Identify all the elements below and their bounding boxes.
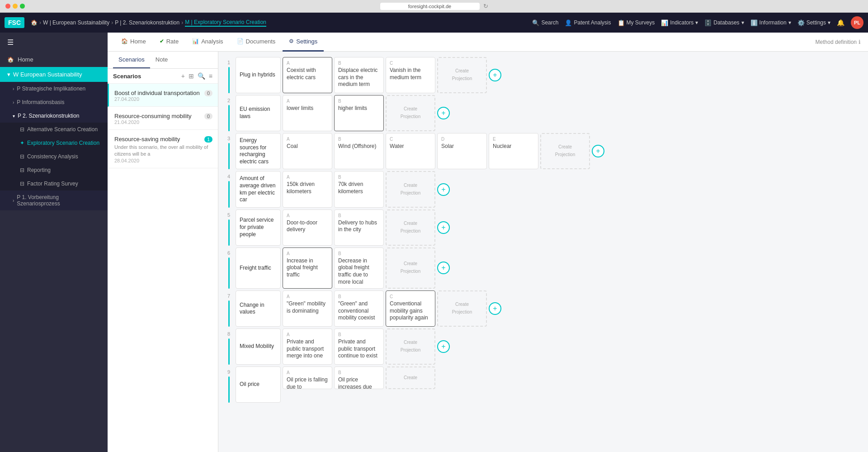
nav-databases[interactable]: 🗄️ Databases ▾ [704,19,744,26]
scenario-item-3[interactable]: Resource-saving mobility 1 Under this sc… [108,130,218,168]
sidebar-item-alternative-scenario[interactable]: ⊟ Alternative Scenario Creation [0,123,108,136]
add-proj-btn-5[interactable]: + [437,221,450,234]
proj-cell-9-a[interactable]: A Oil price is falling due to [283,366,332,389]
add-proj-btn-2[interactable]: + [437,107,450,119]
add-proj-btn-7[interactable]: + [489,302,501,315]
scenario-desc-3: Under this scenario, the over all mobili… [114,144,212,158]
proj-cell-8-b[interactable]: B Private and public transport continue … [334,328,384,365]
split-panel: Scenarios Note Scenarios + ⊞ 🔍 ≡ Boost o… [108,52,868,452]
add-proj-btn-3[interactable]: + [592,145,604,157]
proj-cell-5-a[interactable]: A Door-to-door delivery [283,209,332,246]
add-proj-btn-4[interactable]: + [437,183,450,196]
sidebar-item-home[interactable]: 🏠 Home [0,52,108,67]
create-proj-3[interactable]: Create Projection [540,133,590,169]
proj-cell-4-a[interactable]: A 150k driven kilometers [283,171,332,207]
nav-settings[interactable]: ⚙️ Settings ▾ [797,19,830,26]
proj-cell-7-c[interactable]: C Conventional mobility gains popularity… [386,290,435,327]
sidebar-methods: ⊟ Alternative Scenario Creation ✦ Explor… [0,123,108,190]
sidebar-item-reporting[interactable]: ⊟ Reporting [0,163,108,177]
proj-cell-3-a[interactable]: A Coal [283,133,332,169]
breadcrumb-method[interactable]: M | Exploratory Scenario Creation [185,19,266,27]
nav-indicators[interactable]: 📊 Indicators ▾ [661,19,698,26]
user-avatar[interactable]: PL [851,16,863,29]
add-scenario-button[interactable]: + [181,72,185,80]
method-definition-link[interactable]: Method definition ℹ [816,39,861,45]
proj-cell-1-b[interactable]: B Displace electric cars in the medium t… [334,57,384,93]
proj-cell-1-a[interactable]: A Coexist with electric cars [283,57,332,93]
proj-cell-4-b[interactable]: B 70k driven kilometers [334,171,384,207]
tab-settings[interactable]: ⚙ Settings [283,33,324,52]
proj-cell-9-b[interactable]: B Oil price increases due [334,366,384,389]
scenario-count-2: 0 [204,113,212,119]
sidebar-item-factor-rating[interactable]: ⊟ Factor Rating Survey [0,177,108,190]
sidebar-item-szenariokonstruktion[interactable]: ▾ P 2. Szenariokonstruktion [0,109,108,123]
create-proj-8[interactable]: Create Projection [386,328,435,365]
fsc-logo[interactable]: FSC [5,17,24,28]
create-proj-7[interactable]: Create Projection [437,290,487,327]
row-bar-8 [228,338,230,365]
nav-patent-analysis[interactable]: 👤 Patent Analysis [565,19,611,26]
proj-cell-7-a[interactable]: A "Green" mobility is dominating [283,290,332,327]
proj-cell-8-a[interactable]: A Private and public transport merge int… [283,328,332,365]
filter-scenarios-button[interactable]: ≡ [209,72,212,80]
scenario-item-2[interactable]: Resource-consuming mobility 0 21.04.2020 [108,107,218,130]
proj-cell-6-a[interactable]: A Increase in global freight traffic [283,247,332,289]
header-nav: 🔍 Search 👤 Patent Analysis 📋 My Surveys … [532,16,863,29]
sidebar-item-strategische[interactable]: › P Strategische Implikationen [0,82,108,95]
hamburger-menu[interactable]: ☰ [0,33,108,52]
create-proj-1[interactable]: Create Projection [437,57,487,93]
factor-cell-7: Change in values [236,290,281,327]
proj-cell-3-b[interactable]: B Wind (Offshore) [334,133,384,169]
create-proj-2[interactable]: Create Projection [386,95,435,131]
row-num-8: 8 [227,331,230,337]
content-area: 🏠 Home ✔ Rate 📊 Analysis 📄 Documents ⚙ [108,33,868,452]
nav-surveys[interactable]: 📋 My Surveys [618,19,655,26]
sidebar-workspace[interactable]: ▾ W European Sustainability [0,67,108,82]
proj-cell-6-b[interactable]: B Decrease in global freight traffic due… [334,247,384,289]
proj-cell-3-e[interactable]: E Nuclear [489,133,538,169]
proj-cell-2-a[interactable]: A lower limits [283,95,332,131]
tab-home[interactable]: 🏠 Home [115,33,152,52]
scenarios-tab-note[interactable]: Note [150,52,173,68]
sidebar-item-consistency-analysis[interactable]: ⊟ Consistency Analysis [0,150,108,163]
nav-information[interactable]: ℹ️ Information ▾ [750,19,791,26]
proj-cell-5-b[interactable]: B Delivery to hubs in the city [334,209,384,246]
add-proj-btn-6[interactable]: + [437,262,450,274]
create-proj-9[interactable]: Create [386,366,435,389]
add-proj-btn-1[interactable]: + [489,69,501,81]
proj-cell-3-d[interactable]: D Solar [437,133,487,169]
proj-cell-7-b[interactable]: B "Green" and conventional mobility coex… [334,290,384,327]
close-dot[interactable] [5,4,10,9]
tab-documents[interactable]: 📄 Documents [231,33,282,52]
tab-analysis[interactable]: 📊 Analysis [186,33,229,52]
sidebar-item-exploratory-scenario[interactable]: ✦ Exploratory Scenario Creation [0,136,108,150]
breadcrumb-project[interactable]: P | 2. Szenariokonstruktion [115,19,179,26]
notifications-bell[interactable]: 🔔 [837,19,844,26]
sidebar-item-informationsbasis[interactable]: › P Informationsbasis [0,95,108,109]
matrix-row-1: 1 Plug in hybrids A Coexist with electri… [224,57,863,93]
minimize-dot[interactable] [13,4,18,9]
search-scenarios-button[interactable]: 🔍 [198,72,205,80]
matrix-row-5: 5 Parcel service for private people A Do… [224,209,863,246]
grid-view-button[interactable]: ⊞ [189,72,194,80]
create-proj-6[interactable]: Create Projection [386,247,435,289]
breadcrumb-workspace[interactable]: W | European Sustainability [43,19,109,26]
scenarios-tab-scenarios[interactable]: Scenarios [113,52,150,68]
create-proj-4[interactable]: Create Projection [386,171,435,207]
matrix-row-3: 3 Energy sources for recharging electric… [224,133,863,169]
maximize-dot[interactable] [20,4,25,9]
tab-rate[interactable]: ✔ Rate [153,33,185,52]
proj-cell-2-b[interactable]: B higher limits [334,95,384,131]
add-proj-btn-8[interactable]: + [437,340,450,353]
url-bar[interactable]: foresight-cockpit.de [380,3,480,10]
scenario-date-2: 21.04.2020 [114,119,212,125]
scenario-item-1[interactable]: Boost of individual transportation 0 27.… [108,84,218,107]
matrix-row-6: 6 Freight traffic A Increase in global f… [224,247,863,289]
nav-search[interactable]: 🔍 Search [532,19,558,26]
proj-cell-1-c[interactable]: C Vanish in the medium term [386,57,435,93]
create-proj-5[interactable]: Create Projection [386,209,435,246]
breadcrumb-home[interactable]: 🏠 [31,19,38,26]
sidebar-item-vorbereitung[interactable]: › P 1. Vorbereitung Szenariosprozess [0,190,108,210]
refresh-button[interactable]: ↻ [483,3,488,10]
proj-cell-3-c[interactable]: C Water [386,133,435,169]
